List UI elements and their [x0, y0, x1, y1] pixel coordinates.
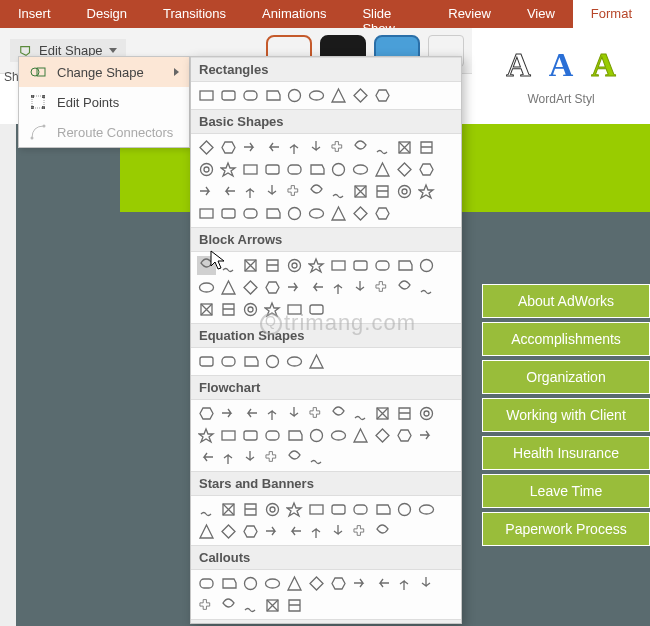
shape-option[interactable] [219, 278, 238, 297]
shape-option[interactable] [285, 86, 304, 105]
shape-option[interactable] [307, 278, 326, 297]
shape-option[interactable] [417, 500, 436, 519]
shape-option[interactable] [395, 182, 414, 201]
tab-transitions[interactable]: Transitions [145, 0, 244, 28]
shape-option[interactable] [241, 256, 260, 275]
shape-option[interactable] [285, 204, 304, 223]
shape-option[interactable] [395, 426, 414, 445]
shape-option[interactable] [307, 500, 326, 519]
slide-btn-leave[interactable]: Leave Time [482, 474, 650, 508]
shape-option[interactable] [373, 522, 392, 541]
shape-option[interactable] [373, 204, 392, 223]
shape-option[interactable] [263, 204, 282, 223]
shape-option[interactable] [197, 160, 216, 179]
shape-option[interactable] [197, 182, 216, 201]
shape-option[interactable] [197, 300, 216, 319]
shape-option[interactable] [219, 182, 238, 201]
shape-option[interactable] [219, 426, 238, 445]
shape-option[interactable] [417, 574, 436, 593]
tab-format[interactable]: Format [573, 0, 650, 28]
shape-option[interactable] [307, 574, 326, 593]
shape-option[interactable] [417, 426, 436, 445]
shape-option[interactable] [373, 138, 392, 157]
shape-option[interactable] [197, 500, 216, 519]
shape-option[interactable] [373, 574, 392, 593]
shape-option[interactable] [373, 404, 392, 423]
shape-option[interactable] [197, 86, 216, 105]
shape-option[interactable] [241, 522, 260, 541]
slide-thumbnails-strip[interactable] [0, 124, 16, 626]
shape-option[interactable] [197, 278, 216, 297]
shape-option[interactable] [241, 448, 260, 467]
shape-option[interactable] [219, 86, 238, 105]
shape-option[interactable] [197, 256, 216, 275]
shape-option[interactable] [241, 500, 260, 519]
menu-edit-points[interactable]: Edit Points [19, 87, 189, 117]
shape-option[interactable] [329, 86, 348, 105]
tab-animations[interactable]: Animations [244, 0, 344, 28]
shape-option[interactable] [307, 138, 326, 157]
shape-option[interactable] [351, 404, 370, 423]
shape-option[interactable] [307, 352, 326, 371]
shape-option[interactable] [307, 160, 326, 179]
shape-option[interactable] [307, 86, 326, 105]
shape-option[interactable] [241, 204, 260, 223]
shape-option[interactable] [263, 86, 282, 105]
shape-option[interactable] [263, 448, 282, 467]
shape-option[interactable] [351, 204, 370, 223]
slide-btn-organization[interactable]: Organization [482, 360, 650, 394]
shape-option[interactable] [329, 522, 348, 541]
shape-option[interactable] [219, 300, 238, 319]
slide-btn-paperwork[interactable]: Paperwork Process [482, 512, 650, 546]
shape-option[interactable] [219, 574, 238, 593]
shape-option[interactable] [263, 138, 282, 157]
shape-option[interactable] [373, 182, 392, 201]
shape-option[interactable] [285, 522, 304, 541]
shape-option[interactable] [263, 596, 282, 615]
shape-option[interactable] [285, 404, 304, 423]
shape-option[interactable] [373, 278, 392, 297]
shape-option[interactable] [263, 182, 282, 201]
shape-option[interactable] [307, 256, 326, 275]
shape-option[interactable] [241, 86, 260, 105]
shape-option[interactable] [329, 204, 348, 223]
shape-option[interactable] [285, 256, 304, 275]
shape-option[interactable] [395, 500, 414, 519]
shape-option[interactable] [285, 182, 304, 201]
shape-option[interactable] [417, 160, 436, 179]
shape-option[interactable] [373, 86, 392, 105]
shape-option[interactable] [197, 574, 216, 593]
shape-option[interactable] [241, 278, 260, 297]
shape-option[interactable] [307, 300, 326, 319]
shape-option[interactable] [307, 426, 326, 445]
shape-option[interactable] [263, 160, 282, 179]
shape-option[interactable] [373, 426, 392, 445]
shape-option[interactable] [351, 138, 370, 157]
shape-option[interactable] [241, 426, 260, 445]
shape-option[interactable] [219, 138, 238, 157]
shape-option[interactable] [351, 160, 370, 179]
shape-option[interactable] [329, 138, 348, 157]
shape-option[interactable] [329, 500, 348, 519]
shape-option[interactable] [329, 574, 348, 593]
shape-option[interactable] [219, 596, 238, 615]
slide-btn-about[interactable]: About AdWorks [482, 284, 650, 318]
shape-option[interactable] [219, 448, 238, 467]
shape-option[interactable] [329, 404, 348, 423]
slide-btn-accomplishments[interactable]: Accomplishments [482, 322, 650, 356]
shape-option[interactable] [285, 352, 304, 371]
shape-option[interactable] [285, 500, 304, 519]
shape-option[interactable] [351, 500, 370, 519]
shape-option[interactable] [417, 138, 436, 157]
shape-option[interactable] [395, 160, 414, 179]
shape-option[interactable] [263, 426, 282, 445]
slide-btn-clients[interactable]: Working with Client [482, 398, 650, 432]
shape-option[interactable] [219, 160, 238, 179]
shape-option[interactable] [219, 256, 238, 275]
shape-option[interactable] [307, 522, 326, 541]
shape-option[interactable] [241, 596, 260, 615]
shape-option[interactable] [263, 522, 282, 541]
shape-option[interactable] [285, 138, 304, 157]
shape-option[interactable] [285, 278, 304, 297]
shape-option[interactable] [263, 256, 282, 275]
